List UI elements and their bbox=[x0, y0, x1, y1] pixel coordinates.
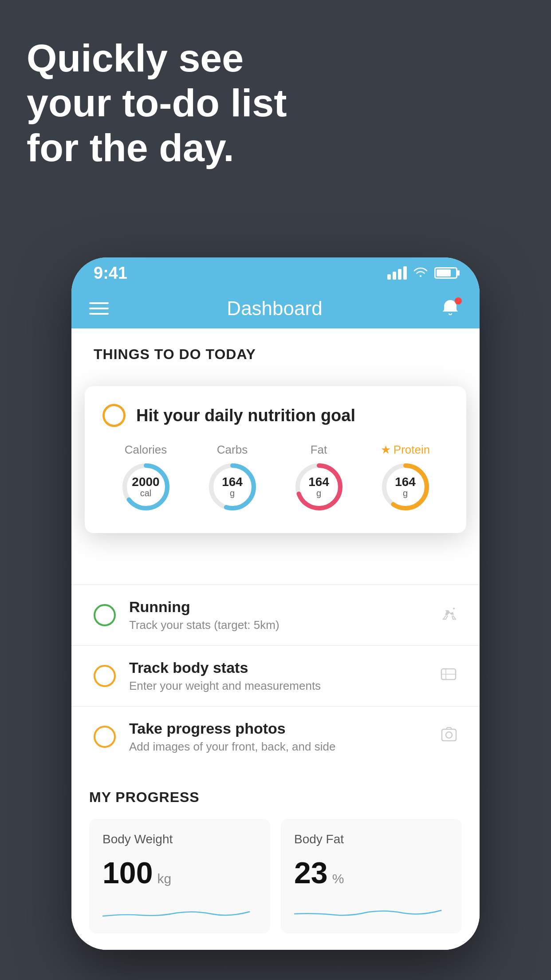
todo-item-body-stats[interactable]: Track body stats Enter your weight and m… bbox=[71, 645, 480, 706]
todo-title-running: Running bbox=[129, 598, 426, 616]
body-weight-sparkline bbox=[102, 901, 257, 923]
carbs-value: 164 bbox=[222, 476, 243, 488]
todo-circle-photos bbox=[94, 726, 116, 748]
todo-item-photos[interactable]: Take progress photos Add images of your … bbox=[71, 706, 480, 767]
scale-icon bbox=[440, 666, 457, 686]
calories-donut: 2000 cal bbox=[119, 460, 173, 514]
body-weight-title: Body Weight bbox=[102, 832, 257, 846]
wifi-icon bbox=[413, 265, 428, 281]
calories-value: 2000 bbox=[132, 476, 159, 488]
status-bar: 9:41 bbox=[71, 257, 480, 288]
todo-text-running: Running Track your stats (target: 5km) bbox=[129, 598, 426, 632]
phone-shell: 9:41 Dashboard bbox=[71, 257, 480, 950]
body-weight-unit: kg bbox=[157, 871, 171, 886]
nav-title: Dashboard bbox=[227, 297, 322, 320]
todo-title-body-stats: Track body stats bbox=[129, 659, 426, 676]
task-circle-yellow bbox=[102, 404, 126, 427]
todo-item-running[interactable]: Running Track your stats (target: 5km) bbox=[71, 585, 480, 645]
things-to-do-header: THINGS TO DO TODAY bbox=[71, 328, 480, 371]
star-icon: ★ bbox=[381, 443, 391, 457]
progress-section: MY PROGRESS Body Weight 100 kg Body Fat bbox=[71, 767, 480, 933]
running-icon bbox=[440, 606, 457, 624]
todo-subtitle-photos: Add images of your front, back, and side bbox=[129, 740, 427, 754]
protein-unit: g bbox=[395, 488, 416, 498]
carbs-donut: 164 g bbox=[206, 460, 259, 514]
carbs-unit: g bbox=[222, 488, 243, 498]
fat-unit: g bbox=[308, 488, 329, 498]
app-content: THINGS TO DO TODAY Hit your daily nutrit… bbox=[71, 328, 480, 950]
calories-item: Calories 2000 cal bbox=[119, 443, 173, 514]
todo-text-body-stats: Track body stats Enter your weight and m… bbox=[129, 659, 426, 693]
progress-header: MY PROGRESS bbox=[89, 789, 462, 806]
body-fat-value: 23 bbox=[294, 855, 328, 890]
featured-nutrition-card: Hit your daily nutrition goal Calories 2… bbox=[85, 386, 466, 533]
notification-bell-icon[interactable] bbox=[441, 297, 462, 320]
hamburger-menu[interactable] bbox=[89, 302, 109, 315]
todo-title-photos: Take progress photos bbox=[129, 720, 427, 737]
body-fat-sparkline bbox=[294, 901, 449, 923]
todo-circle-body-stats bbox=[94, 665, 116, 687]
body-weight-value: 100 bbox=[102, 855, 153, 890]
body-fat-title: Body Fat bbox=[294, 832, 449, 846]
body-fat-unit: % bbox=[332, 871, 344, 886]
signal-icon bbox=[387, 266, 407, 280]
protein-label: ★ Protein bbox=[381, 443, 430, 457]
body-fat-card: Body Fat 23 % bbox=[281, 819, 462, 933]
carbs-label: Carbs bbox=[217, 443, 248, 457]
body-fat-value-row: 23 % bbox=[294, 855, 449, 890]
fat-item: Fat 164 g bbox=[292, 443, 346, 514]
progress-cards: Body Weight 100 kg Body Fat 23 % bbox=[89, 819, 462, 933]
calories-unit: cal bbox=[132, 488, 159, 498]
protein-value: 164 bbox=[395, 476, 416, 488]
svg-point-12 bbox=[446, 732, 452, 738]
nutrition-card-title: Hit your daily nutrition goal bbox=[136, 406, 355, 425]
notification-dot bbox=[455, 297, 462, 304]
status-icons bbox=[387, 265, 457, 281]
todo-text-photos: Take progress photos Add images of your … bbox=[129, 720, 427, 754]
fat-value: 164 bbox=[308, 476, 329, 488]
todo-circle-running bbox=[94, 604, 116, 626]
status-time: 9:41 bbox=[94, 264, 127, 283]
svg-rect-11 bbox=[442, 729, 456, 741]
fat-label: Fat bbox=[311, 443, 327, 457]
photo-icon bbox=[441, 727, 457, 747]
carbs-item: Carbs 164 g bbox=[206, 443, 259, 514]
fat-donut: 164 g bbox=[292, 460, 346, 514]
battery-icon bbox=[434, 267, 457, 279]
todo-subtitle-running: Track your stats (target: 5km) bbox=[129, 618, 426, 632]
nav-bar: Dashboard bbox=[71, 288, 480, 328]
protein-item: ★ Protein 164 g bbox=[379, 443, 432, 514]
body-weight-card: Body Weight 100 kg bbox=[89, 819, 270, 933]
todo-list: Running Track your stats (target: 5km) T… bbox=[71, 585, 480, 767]
headline: Quickly see your to-do list for the day. bbox=[27, 36, 287, 170]
todo-subtitle-body-stats: Enter your weight and measurements bbox=[129, 679, 426, 693]
protein-donut: 164 g bbox=[379, 460, 432, 514]
nutrition-row: Calories 2000 cal Carbs bbox=[102, 443, 449, 514]
calories-label: Calories bbox=[125, 443, 167, 457]
card-title-row: Hit your daily nutrition goal bbox=[102, 404, 449, 427]
body-weight-value-row: 100 kg bbox=[102, 855, 257, 890]
